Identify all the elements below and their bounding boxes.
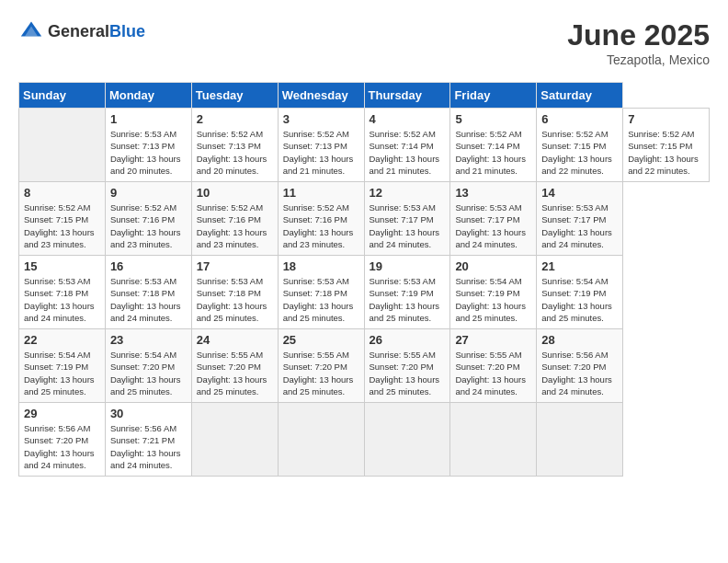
- header-monday: Monday: [105, 83, 191, 109]
- day-number: 22: [24, 333, 100, 347]
- day-cell: 29 Sunrise: 5:56 AM Sunset: 7:20 PM Dayl…: [19, 403, 106, 477]
- day-number: 24: [197, 333, 273, 347]
- day-number: 28: [541, 333, 618, 347]
- day-cell: 30 Sunrise: 5:56 AM Sunset: 7:21 PM Dayl…: [105, 403, 191, 477]
- day-info: Sunrise: 5:53 AM Sunset: 7:17 PM Dayligh…: [541, 201, 618, 250]
- week-row-1: 1 Sunrise: 5:53 AM Sunset: 7:13 PM Dayli…: [19, 109, 710, 182]
- day-number: 5: [455, 112, 531, 126]
- day-cell: 28 Sunrise: 5:56 AM Sunset: 7:20 PM Dayl…: [537, 329, 623, 403]
- day-info: Sunrise: 5:54 AM Sunset: 7:19 PM Dayligh…: [24, 349, 100, 397]
- header-row: SundayMondayTuesdayWednesdayThursdayFrid…: [19, 83, 710, 109]
- header-wednesday: Wednesday: [278, 83, 364, 109]
- logo-general: General: [48, 22, 109, 40]
- day-number: 10: [197, 186, 273, 200]
- day-info: Sunrise: 5:52 AM Sunset: 7:13 PM Dayligh…: [197, 128, 273, 177]
- day-info: Sunrise: 5:53 AM Sunset: 7:13 PM Dayligh…: [110, 128, 187, 177]
- day-cell: [19, 109, 106, 182]
- day-info: Sunrise: 5:55 AM Sunset: 7:20 PM Dayligh…: [455, 349, 531, 397]
- day-number: 20: [455, 259, 531, 273]
- day-number: 17: [197, 259, 273, 273]
- day-number: 13: [455, 186, 531, 200]
- day-number: 18: [283, 259, 359, 273]
- day-cell: 2 Sunrise: 5:52 AM Sunset: 7:13 PM Dayli…: [191, 109, 278, 182]
- day-cell: 4 Sunrise: 5:52 AM Sunset: 7:14 PM Dayli…: [364, 109, 450, 182]
- day-info: Sunrise: 5:52 AM Sunset: 7:16 PM Dayligh…: [110, 201, 187, 250]
- day-cell: 21 Sunrise: 5:54 AM Sunset: 7:19 PM Dayl…: [537, 256, 623, 329]
- day-cell: 8 Sunrise: 5:52 AM Sunset: 7:15 PM Dayli…: [19, 182, 106, 256]
- calendar-table: SundayMondayTuesdayWednesdayThursdayFrid…: [18, 82, 710, 477]
- day-cell: 12 Sunrise: 5:53 AM Sunset: 7:17 PM Dayl…: [364, 182, 450, 256]
- day-number: 3: [283, 112, 359, 126]
- day-number: 7: [628, 112, 704, 126]
- day-info: Sunrise: 5:53 AM Sunset: 7:18 PM Dayligh…: [24, 275, 100, 324]
- day-info: Sunrise: 5:52 AM Sunset: 7:16 PM Dayligh…: [283, 201, 359, 250]
- day-info: Sunrise: 5:55 AM Sunset: 7:20 PM Dayligh…: [370, 349, 446, 397]
- day-number: 9: [110, 186, 187, 200]
- day-cell: [450, 403, 537, 477]
- day-cell: 1 Sunrise: 5:53 AM Sunset: 7:13 PM Dayli…: [105, 109, 191, 182]
- header-saturday: Saturday: [537, 83, 623, 109]
- day-cell: 23 Sunrise: 5:54 AM Sunset: 7:20 PM Dayl…: [105, 329, 191, 403]
- calendar-subtitle: Tezapotla, Mexico: [567, 52, 710, 67]
- day-info: Sunrise: 5:52 AM Sunset: 7:15 PM Dayligh…: [541, 128, 618, 177]
- day-number: 19: [370, 259, 446, 273]
- day-cell: [364, 403, 450, 477]
- day-cell: 22 Sunrise: 5:54 AM Sunset: 7:19 PM Dayl…: [19, 329, 106, 403]
- day-info: Sunrise: 5:56 AM Sunset: 7:20 PM Dayligh…: [541, 349, 618, 397]
- week-row-2: 8 Sunrise: 5:52 AM Sunset: 7:15 PM Dayli…: [19, 182, 710, 256]
- day-number: 21: [541, 259, 618, 273]
- day-number: 4: [370, 112, 446, 126]
- day-info: Sunrise: 5:52 AM Sunset: 7:15 PM Dayligh…: [628, 128, 704, 177]
- day-cell: 6 Sunrise: 5:52 AM Sunset: 7:15 PM Dayli…: [537, 109, 623, 182]
- day-number: 11: [283, 186, 359, 200]
- logo: GeneralBlue: [18, 18, 145, 44]
- day-cell: 11 Sunrise: 5:52 AM Sunset: 7:16 PM Dayl…: [278, 182, 364, 256]
- header-tuesday: Tuesday: [191, 83, 278, 109]
- logo-icon: [18, 18, 44, 44]
- day-cell: 26 Sunrise: 5:55 AM Sunset: 7:20 PM Dayl…: [364, 329, 450, 403]
- day-number: 15: [24, 259, 100, 273]
- day-info: Sunrise: 5:53 AM Sunset: 7:18 PM Dayligh…: [110, 275, 187, 324]
- day-info: Sunrise: 5:54 AM Sunset: 7:19 PM Dayligh…: [455, 275, 531, 324]
- day-info: Sunrise: 5:54 AM Sunset: 7:20 PM Dayligh…: [110, 349, 187, 397]
- header-thursday: Thursday: [364, 83, 450, 109]
- calendar-title: June 2025: [567, 18, 710, 52]
- day-info: Sunrise: 5:52 AM Sunset: 7:16 PM Dayligh…: [197, 201, 273, 250]
- day-info: Sunrise: 5:52 AM Sunset: 7:13 PM Dayligh…: [283, 128, 359, 177]
- header-friday: Friday: [450, 83, 537, 109]
- day-info: Sunrise: 5:52 AM Sunset: 7:14 PM Dayligh…: [455, 128, 531, 177]
- day-number: 8: [24, 186, 100, 200]
- day-cell: 24 Sunrise: 5:55 AM Sunset: 7:20 PM Dayl…: [191, 329, 278, 403]
- week-row-3: 15 Sunrise: 5:53 AM Sunset: 7:18 PM Dayl…: [19, 256, 710, 329]
- day-cell: 15 Sunrise: 5:53 AM Sunset: 7:18 PM Dayl…: [19, 256, 106, 329]
- day-cell: 10 Sunrise: 5:52 AM Sunset: 7:16 PM Dayl…: [191, 182, 278, 256]
- day-cell: 16 Sunrise: 5:53 AM Sunset: 7:18 PM Dayl…: [105, 256, 191, 329]
- day-info: Sunrise: 5:55 AM Sunset: 7:20 PM Dayligh…: [197, 349, 273, 397]
- day-cell: 3 Sunrise: 5:52 AM Sunset: 7:13 PM Dayli…: [278, 109, 364, 182]
- day-info: Sunrise: 5:53 AM Sunset: 7:17 PM Dayligh…: [370, 201, 446, 250]
- day-number: 14: [541, 186, 618, 200]
- day-number: 12: [370, 186, 446, 200]
- day-info: Sunrise: 5:52 AM Sunset: 7:14 PM Dayligh…: [370, 128, 446, 177]
- day-cell: [537, 403, 623, 477]
- week-row-4: 22 Sunrise: 5:54 AM Sunset: 7:19 PM Dayl…: [19, 329, 710, 403]
- day-cell: 5 Sunrise: 5:52 AM Sunset: 7:14 PM Dayli…: [450, 109, 537, 182]
- day-cell: 20 Sunrise: 5:54 AM Sunset: 7:19 PM Dayl…: [450, 256, 537, 329]
- page-header: GeneralBlue June 2025 Tezapotla, Mexico: [18, 18, 710, 67]
- logo-blue: Blue: [109, 22, 145, 40]
- day-cell: 14 Sunrise: 5:53 AM Sunset: 7:17 PM Dayl…: [537, 182, 623, 256]
- day-info: Sunrise: 5:54 AM Sunset: 7:19 PM Dayligh…: [541, 275, 618, 324]
- day-number: 23: [110, 333, 187, 347]
- day-cell: 27 Sunrise: 5:55 AM Sunset: 7:20 PM Dayl…: [450, 329, 537, 403]
- day-cell: [278, 403, 364, 477]
- day-cell: 7 Sunrise: 5:52 AM Sunset: 7:15 PM Dayli…: [623, 109, 710, 182]
- day-info: Sunrise: 5:53 AM Sunset: 7:17 PM Dayligh…: [455, 201, 531, 250]
- day-number: 2: [197, 112, 273, 126]
- day-number: 25: [283, 333, 359, 347]
- day-cell: 9 Sunrise: 5:52 AM Sunset: 7:16 PM Dayli…: [105, 182, 191, 256]
- day-number: 30: [110, 407, 187, 420]
- day-number: 16: [110, 259, 187, 273]
- day-info: Sunrise: 5:53 AM Sunset: 7:19 PM Dayligh…: [370, 275, 446, 324]
- day-info: Sunrise: 5:55 AM Sunset: 7:20 PM Dayligh…: [283, 349, 359, 397]
- day-number: 26: [370, 333, 446, 347]
